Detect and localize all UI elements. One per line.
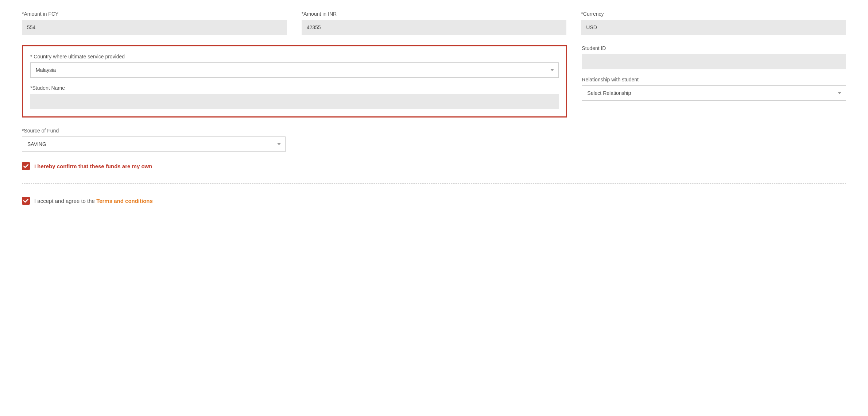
amount-fcy-label: *Amount in FCY	[22, 11, 287, 17]
country-label: * Country where ultimate service provide…	[30, 54, 559, 59]
middle-row: * Country where ultimate service provide…	[22, 45, 846, 118]
relationship-select[interactable]: Select Relationship Father Mother Self S…	[582, 85, 846, 101]
currency-input[interactable]	[581, 20, 846, 35]
country-select[interactable]: Malaysia India USA UK	[30, 62, 559, 78]
student-name-label: *Student Name	[30, 85, 559, 91]
source-of-fund-select[interactable]: SAVING SALARY BUSINESS INVESTMENT	[22, 136, 286, 152]
confirm-funds-row: I hereby confirm that these funds are my…	[22, 162, 846, 170]
checkmark-icon	[23, 164, 28, 168]
confirm-funds-checkbox[interactable]	[22, 162, 30, 170]
student-name-input[interactable]	[30, 94, 559, 109]
terms-checkmark-icon	[23, 199, 28, 203]
relationship-group: Relationship with student Select Relatio…	[582, 77, 846, 101]
student-id-group: Student ID	[582, 45, 846, 69]
amount-inr-input[interactable]	[302, 20, 567, 35]
amount-inr-label: *Amount in INR	[302, 11, 567, 17]
student-id-label: Student ID	[582, 45, 846, 51]
relationship-label: Relationship with student	[582, 77, 846, 82]
amount-fcy-group: *Amount in FCY	[22, 11, 287, 35]
amount-fcy-input[interactable]	[22, 20, 287, 35]
highlight-box: * Country where ultimate service provide…	[22, 45, 567, 118]
currency-group: *Currency	[581, 11, 846, 35]
source-of-fund-group: *Source of Fund SAVING SALARY BUSINESS I…	[22, 128, 846, 152]
country-group: * Country where ultimate service provide…	[30, 54, 559, 78]
terms-checkbox[interactable]	[22, 197, 30, 205]
student-name-group: *Student Name	[30, 85, 559, 109]
terms-link[interactable]: Terms and conditions	[96, 198, 153, 204]
top-row: *Amount in FCY *Amount in INR *Currency	[22, 11, 846, 35]
amount-inr-group: *Amount in INR	[302, 11, 567, 35]
form-section: *Amount in FCY *Amount in INR *Currency …	[22, 11, 846, 205]
student-id-input[interactable]	[582, 54, 846, 69]
right-column: Student ID Relationship with student Sel…	[582, 45, 846, 101]
terms-row: I accept and agree to the Terms and cond…	[22, 197, 846, 205]
confirm-funds-label: I hereby confirm that these funds are my…	[34, 163, 152, 169]
source-of-fund-label: *Source of Fund	[22, 128, 846, 134]
currency-label: *Currency	[581, 11, 846, 17]
divider	[22, 183, 846, 184]
terms-prefix: I accept and agree to the Terms and cond…	[34, 198, 153, 204]
source-of-fund-select-wrapper: SAVING SALARY BUSINESS INVESTMENT	[22, 136, 286, 152]
